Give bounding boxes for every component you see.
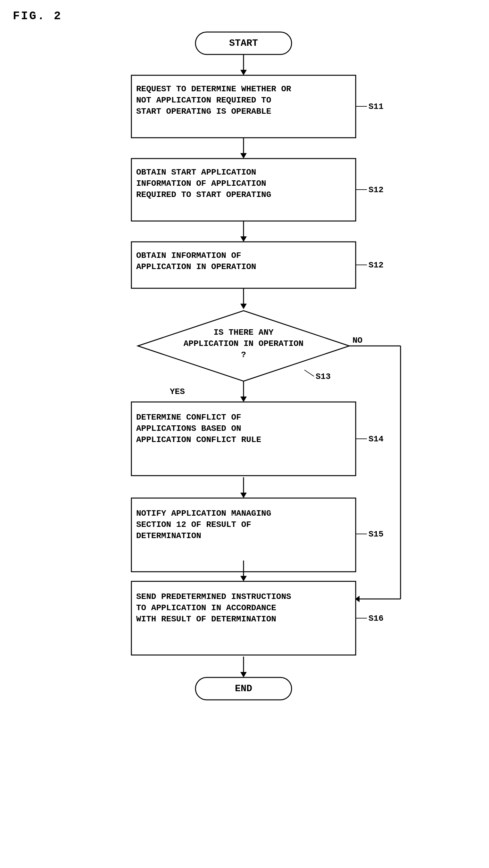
s15-step: S15 [368,529,384,539]
s11-step: S11 [368,102,384,112]
end-label: END [235,683,252,694]
s14-line2: APPLICATIONS BASED ON [136,424,241,433]
svg-marker-30 [240,576,247,581]
s12a-line1: OBTAIN START APPLICATION [136,167,256,177]
s15-line2: SECTION 12 OF RESULT OF [136,520,251,529]
s16-line3: WITH RESULT OF DETERMINATION [136,614,276,624]
s16-line2: TO APPLICATION IN ACCORDANCE [136,603,276,613]
s11-line3: START OPERATING IS OPERABLE [136,107,271,116]
s13-step: S13 [316,372,331,381]
s11-line1: REQUEST TO DETERMINE WHETHER OR [136,84,291,94]
svg-marker-6 [240,153,247,159]
s12a-step: S12 [368,185,384,195]
s12a-line3: REQUIRED TO START OPERATING [136,190,271,199]
s16-step: S16 [368,614,384,623]
s14-line3: APPLICATION CONFLICT RULE [136,435,261,444]
s14-line1: DETERMINE CONFLICT OF [136,412,241,422]
s12b-line1: OBTAIN INFORMATION OF [136,251,241,260]
svg-marker-18 [240,397,247,402]
svg-marker-10 [240,237,247,242]
s13-line1: IS THERE ANY [213,328,274,337]
start-label: START [229,38,258,49]
s15-line3: DETERMINATION [136,531,201,541]
svg-marker-26 [240,493,247,498]
svg-marker-34 [240,672,247,677]
s15-line1: NOTIFY APPLICATION MANAGING [136,508,271,518]
s14-step: S14 [368,434,384,444]
svg-line-16 [304,370,314,376]
s13-line2: APPLICATION IN OPERATION [184,339,303,348]
s12a-line2: INFORMATION OF APPLICATION [136,179,266,188]
no-label: NO [353,336,362,345]
s12b-line2: APPLICATION IN OPERATION [136,262,256,272]
svg-marker-2 [240,70,247,75]
svg-marker-14 [240,304,247,309]
s13-line3: ? [241,350,246,360]
yes-label: YES [170,387,185,397]
s12b-step: S12 [368,260,384,270]
flowchart-svg: START REQUEST TO DETERMINE WHETHER OR NO… [0,0,489,868]
s11-line2: NOT APPLICATION REQUIRED TO [136,95,271,105]
s16-line1: SEND PREDETERMINED INSTRUCTIONS [136,592,291,601]
